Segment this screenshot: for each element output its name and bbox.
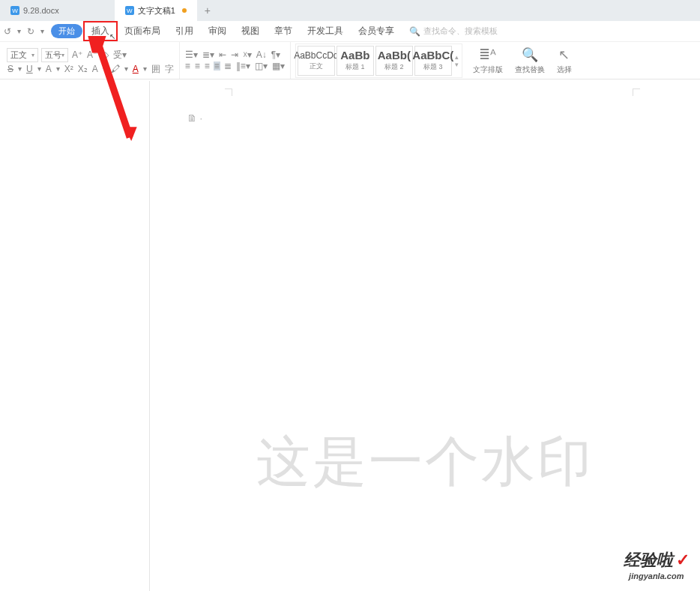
tab-active[interactable]: W 文字文稿1: [115, 0, 197, 21]
style-label: 标题 2: [384, 62, 404, 72]
search-box[interactable]: 🔍 查找命令、搜索模板: [409, 26, 498, 37]
dropdown-icon[interactable]: ▾: [17, 65, 22, 73]
shading-icon[interactable]: ◫▾: [254, 62, 268, 70]
unsaved-indicator-icon: [182, 8, 187, 13]
chevron-down-icon: ▾: [31, 52, 34, 58]
annotation-url: jingyanla.com: [624, 572, 690, 580]
ruler-margin-left-icon: [225, 88, 232, 96]
cursor-icon: ↖: [109, 32, 115, 40]
sort-icon[interactable]: ☓▾: [242, 50, 253, 59]
numbered-list-icon[interactable]: ≣▾: [202, 50, 215, 59]
font-family-combo[interactable]: 正文 ▾: [7, 48, 38, 62]
bold-icon[interactable]: A: [45, 64, 52, 74]
tab-label: 文字文稿1: [138, 5, 175, 16]
style-heading3[interactable]: AaBbC( 标题 3: [414, 46, 452, 76]
font-color-icon[interactable]: A: [132, 64, 139, 74]
site-annotation: 经验啦 ✓ jingyanla.com: [624, 549, 690, 580]
search-icon: 🔍: [409, 26, 420, 37]
style-heading2[interactable]: AaBb( 标题 2: [375, 46, 413, 76]
align-right-icon[interactable]: ≡: [204, 62, 211, 70]
align-justify-icon[interactable]: ≡: [214, 62, 220, 70]
style-label: 标题 1: [346, 62, 365, 72]
strikethrough-icon[interactable]: S: [7, 64, 14, 74]
highlight-icon[interactable]: 🖍: [110, 64, 121, 74]
tab-section[interactable]: 章节: [267, 22, 300, 40]
font-size-combo[interactable]: 五号 ▾: [41, 48, 68, 62]
menu-label: 插入: [91, 26, 109, 36]
underline-icon[interactable]: U: [25, 64, 34, 74]
redo-icon[interactable]: ↻: [26, 27, 35, 36]
dropdown-icon[interactable]: ▾: [102, 65, 107, 73]
undo-dropdown-icon[interactable]: ▾: [16, 28, 22, 35]
tab-start[interactable]: 开始: [51, 24, 82, 38]
border-icon[interactable]: 囲: [151, 64, 161, 74]
align-left-icon[interactable]: ≡: [184, 62, 191, 70]
tab-inactive[interactable]: W 9.28.docx: [0, 0, 70, 21]
align-center-icon[interactable]: ≡: [194, 62, 201, 70]
tab-devtools[interactable]: 开发工具: [300, 22, 351, 40]
style-gallery[interactable]: AaBbCcDd 正文 AaBb 标题 1 AaBb( 标题 2 AaBbC( …: [295, 44, 462, 78]
grow-font-icon[interactable]: A⁺: [71, 50, 83, 59]
more-icon[interactable]: ▾: [40, 28, 45, 35]
new-tab-button[interactable]: +: [197, 4, 218, 16]
tab-review[interactable]: 审阅: [201, 22, 234, 40]
search-placeholder: 查找命令、搜索模板: [423, 26, 498, 37]
scroll-down-icon[interactable]: ▾: [455, 61, 459, 68]
ribbon-label: 文字排版: [473, 64, 503, 75]
style-heading1[interactable]: AaBb 标题 1: [337, 46, 374, 76]
ribbon-label: 选择: [557, 64, 572, 75]
sort-asc-icon[interactable]: A↓: [256, 50, 268, 59]
indent-icon[interactable]: ⇥: [230, 50, 239, 59]
borders-icon[interactable]: ▦▾: [271, 62, 286, 70]
tab-insert[interactable]: 插入 ↖: [84, 22, 117, 40]
doc-icon: W: [10, 6, 19, 15]
clear-format-icon[interactable]: ◇: [101, 50, 109, 59]
dropdown-icon[interactable]: ▾: [142, 65, 148, 73]
superscript-icon[interactable]: X²: [64, 64, 74, 74]
style-body[interactable]: AaBbCcDd 正文: [298, 46, 335, 76]
style-label: 标题 3: [423, 62, 443, 72]
styles-group: AaBbCcDd 正文 AaBb 标题 1 AaBb( 标题 2 AaBbC( …: [291, 42, 467, 79]
font-family-value: 正文: [10, 50, 27, 61]
page-icon: 🗎 ·: [187, 112, 202, 124]
style-sample: AaBbCcDd: [294, 50, 338, 61]
dropdown-icon[interactable]: ▾: [55, 65, 61, 73]
tab-bar: W 9.28.docx W 文字文稿1 +: [0, 0, 700, 21]
annotation-logo-text: 经验啦: [624, 550, 673, 569]
doc-icon: W: [125, 6, 134, 15]
tab-reference[interactable]: 引用: [168, 22, 201, 40]
cursor-icon: ↖: [558, 46, 570, 63]
find-replace-button[interactable]: 🔍 查找替换: [509, 45, 551, 76]
outdent-icon[interactable]: ⇤: [218, 50, 227, 59]
tab-page-layout[interactable]: 页面布局: [117, 22, 168, 40]
dropdown-icon[interactable]: ▾: [124, 65, 129, 73]
subscript-icon[interactable]: X₂: [77, 64, 88, 74]
select-button[interactable]: ↖ 选择: [551, 45, 578, 76]
char-border-icon[interactable]: 字: [164, 64, 175, 74]
font-group: 正文 ▾ 五号 ▾ A⁺ A⁻ ◇ 受▾ S ▾ U ▾ A ▾ X² X₂ A…: [2, 42, 180, 79]
shrink-font-icon[interactable]: A⁻: [86, 50, 98, 59]
bullet-list-icon[interactable]: ☰▾: [184, 50, 199, 59]
text-effects-icon[interactable]: A: [91, 64, 99, 74]
distribute-icon[interactable]: ≣: [223, 62, 232, 70]
style-sample: AaBb: [340, 49, 369, 62]
tab-label: 9.28.docx: [23, 6, 59, 15]
style-sample: AaBbC(: [412, 49, 453, 62]
text-layout-button[interactable]: ≣ᴬ 文字排版: [467, 45, 509, 76]
style-label: 正文: [310, 62, 323, 71]
scroll-up-icon[interactable]: ▴: [455, 53, 459, 61]
change-case-icon[interactable]: 受▾: [112, 50, 127, 59]
undo-icon[interactable]: ↺: [3, 27, 12, 36]
ruler-margin-right-icon: [633, 88, 640, 96]
ribbon-label: 查找替换: [515, 64, 545, 75]
watermark-text: 这是一个水印: [256, 426, 594, 498]
dropdown-icon[interactable]: ▾: [37, 65, 42, 73]
font-size-value: 五号: [45, 50, 61, 61]
show-marks-icon[interactable]: ¶▾: [271, 50, 281, 59]
tab-view[interactable]: 视图: [234, 22, 267, 40]
navigation-panel[interactable]: [0, 81, 150, 591]
text-layout-icon: ≣ᴬ: [479, 46, 496, 63]
page-canvas[interactable]: 🗎 · 这是一个水印: [150, 81, 700, 591]
line-spacing-icon[interactable]: ‖≡▾: [235, 62, 251, 70]
tab-vip[interactable]: 会员专享: [351, 22, 402, 40]
